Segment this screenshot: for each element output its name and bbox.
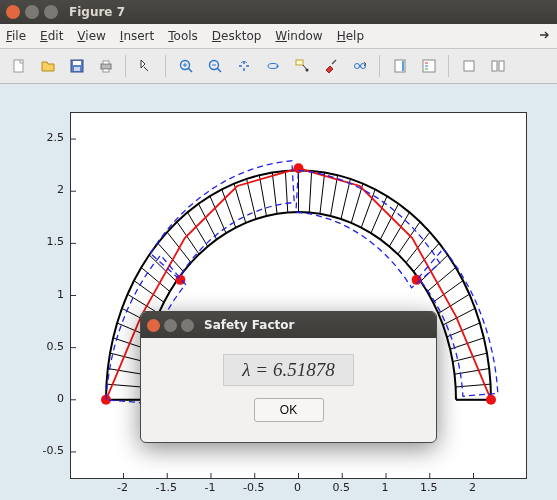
maximize-icon[interactable]: [44, 5, 58, 19]
svg-point-36: [486, 395, 496, 405]
svg-point-20: [354, 64, 359, 69]
rotate-3d-button[interactable]: [259, 53, 286, 80]
svg-point-18: [305, 69, 308, 72]
svg-rect-25: [423, 60, 435, 72]
svg-rect-31: [499, 61, 504, 71]
show-plot-tools-button[interactable]: [484, 53, 511, 80]
menu-window[interactable]: Window: [275, 29, 322, 43]
svg-line-9: [188, 68, 192, 72]
svg-line-7: [144, 67, 148, 71]
xtick-label: 1.5: [415, 481, 443, 494]
figure-window: Figure 7 File Edit View Insert Tools Des…: [0, 0, 557, 500]
zoom-out-button[interactable]: [201, 53, 228, 80]
svg-point-15: [268, 64, 278, 69]
ytick-label: 1: [40, 288, 64, 301]
svg-rect-29: [464, 61, 474, 71]
pan-button[interactable]: [230, 53, 257, 80]
menu-edit[interactable]: Edit: [40, 29, 63, 43]
save-button[interactable]: [63, 53, 90, 80]
lambda-value: λ = 6.51878: [223, 354, 353, 386]
link-data-button[interactable]: [346, 53, 373, 80]
open-button[interactable]: [34, 53, 61, 80]
svg-rect-30: [492, 61, 497, 71]
menu-view[interactable]: View: [77, 29, 105, 43]
insert-legend-button[interactable]: [415, 53, 442, 80]
menu-desktop[interactable]: Desktop: [212, 29, 262, 43]
hide-plot-tools-button[interactable]: [455, 53, 482, 80]
xtick-label: -1.5: [152, 481, 180, 494]
toolbar: [0, 49, 557, 84]
new-figure-button[interactable]: [5, 53, 32, 80]
zoom-in-button[interactable]: [172, 53, 199, 80]
ok-button[interactable]: OK: [254, 398, 324, 422]
ytick-label: 0: [40, 392, 64, 405]
svg-rect-0: [14, 60, 23, 72]
ytick-label: 1.5: [40, 235, 64, 248]
ytick-label: 2: [40, 183, 64, 196]
svg-rect-16: [296, 60, 303, 65]
menu-help[interactable]: Help: [337, 29, 364, 43]
svg-rect-4: [101, 64, 111, 69]
ytick-label: -0.5: [40, 444, 64, 457]
window-title: Figure 7: [69, 5, 125, 19]
print-button[interactable]: [92, 53, 119, 80]
edit-plot-button[interactable]: [132, 53, 159, 80]
svg-rect-6: [103, 69, 109, 72]
svg-rect-24: [402, 61, 404, 71]
minimize-icon[interactable]: [164, 319, 177, 332]
xtick-label: -0.5: [240, 481, 268, 494]
close-icon[interactable]: [147, 319, 160, 332]
xtick-label: 0: [284, 481, 312, 494]
xtick-label: -1: [196, 481, 224, 494]
maximize-icon[interactable]: [181, 319, 194, 332]
window-titlebar: Figure 7: [0, 0, 557, 24]
svg-line-19: [332, 60, 336, 64]
data-cursor-button[interactable]: [288, 53, 315, 80]
xtick-label: 0.5: [327, 481, 355, 494]
safety-factor-dialog: Safety Factor λ = 6.51878 OK: [140, 311, 437, 443]
svg-rect-5: [103, 61, 109, 64]
svg-point-34: [294, 163, 304, 173]
svg-rect-3: [74, 67, 80, 71]
menu-tools[interactable]: Tools: [168, 29, 198, 43]
dialog-title: Safety Factor: [204, 318, 294, 332]
minimize-icon[interactable]: [25, 5, 39, 19]
dialog-titlebar: Safety Factor: [141, 312, 436, 338]
menu-insert[interactable]: Insert: [120, 29, 154, 43]
dock-arrow-icon[interactable]: [539, 29, 551, 44]
ytick-label: 2.5: [40, 131, 64, 144]
menubar: File Edit View Insert Tools Desktop Wind…: [0, 24, 557, 49]
svg-line-13: [217, 68, 221, 72]
ytick-label: 0.5: [40, 340, 64, 353]
svg-point-21: [360, 64, 365, 69]
close-icon[interactable]: [6, 5, 20, 19]
svg-rect-2: [73, 61, 81, 65]
xtick-label: 2: [459, 481, 487, 494]
insert-colorbar-button[interactable]: [386, 53, 413, 80]
brush-button[interactable]: [317, 53, 344, 80]
menu-file[interactable]: File: [6, 29, 26, 43]
xtick-label: -2: [109, 481, 137, 494]
xtick-label: 1: [371, 481, 399, 494]
